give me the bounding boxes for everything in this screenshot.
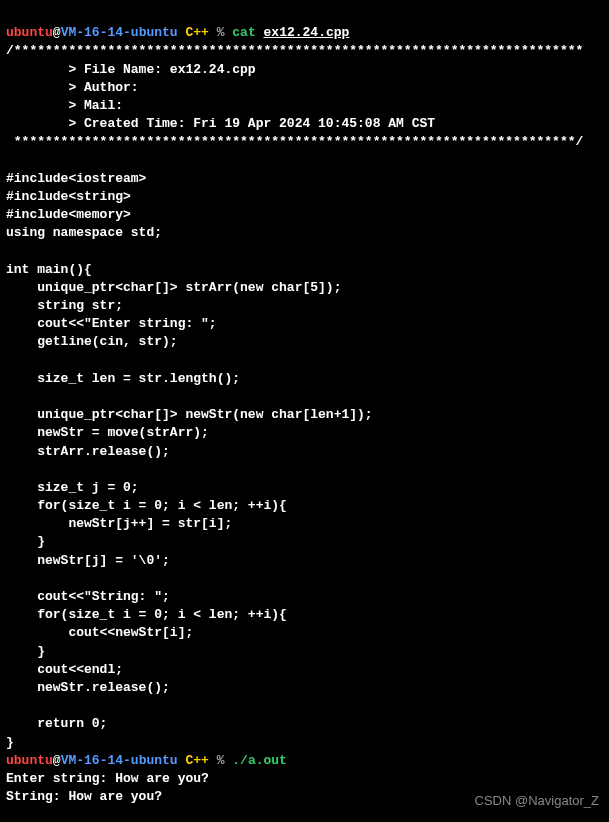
prompt-user: ubuntu [6, 25, 53, 40]
code-line: newStr[j] = '\0'; [6, 553, 170, 568]
code-line: strArr.release(); [6, 444, 170, 459]
code-line: unique_ptr<char[]> strArr(new char[5]); [6, 280, 341, 295]
prompt-percent: % [217, 753, 225, 768]
file-header-filename: > File Name: ex12.24.cpp [6, 62, 256, 77]
program-output: Enter string: How are you? [6, 771, 209, 786]
cmd-filename: ex12.24.cpp [264, 25, 350, 40]
prompt-percent: % [217, 25, 225, 40]
code-line: getline(cin, str); [6, 334, 178, 349]
watermark: CSDN @Navigator_Z [475, 792, 599, 810]
prompt-dir: C++ [185, 753, 208, 768]
file-header-author: > Author: [6, 80, 146, 95]
prompt-dir: C++ [185, 25, 208, 40]
code-line: newStr.release(); [6, 680, 170, 695]
code-line: newStr = move(strArr); [6, 425, 209, 440]
cmd-cat: cat [232, 25, 255, 40]
code-line: cout<<newStr[i]; [6, 625, 193, 640]
prompt-user: ubuntu [6, 753, 53, 768]
code-line: return 0; [6, 716, 107, 731]
code-line: cout<<endl; [6, 662, 123, 677]
prompt-host: VM-16-14-ubuntu [61, 753, 178, 768]
code-line: unique_ptr<char[]> newStr(new char[len+1… [6, 407, 373, 422]
file-header-bottom: ****************************************… [6, 134, 583, 149]
code-line: int main(){ [6, 262, 92, 277]
code-line: size_t len = str.length(); [6, 371, 240, 386]
code-line: using namespace std; [6, 225, 162, 240]
code-line: } [6, 534, 45, 549]
prompt-host: VM-16-14-ubuntu [61, 25, 178, 40]
terminal-output: ubuntu@VM-16-14-ubuntu C++ % cat ex12.24… [6, 6, 603, 806]
file-header-mail: > Mail: [6, 98, 131, 113]
program-output: String: How are you? [6, 789, 162, 804]
file-header-created: > Created Time: Fri 19 Apr 2024 10:45:08… [6, 116, 435, 131]
code-line: #include<iostream> [6, 171, 146, 186]
code-line: } [6, 644, 45, 659]
code-line: cout<<"Enter string: "; [6, 316, 217, 331]
code-line: for(size_t i = 0; i < len; ++i){ [6, 498, 287, 513]
prompt-at: @ [53, 25, 61, 40]
prompt-line-2[interactable]: ubuntu@VM-16-14-ubuntu C++ % ./a.out [6, 753, 287, 768]
code-line: } [6, 735, 14, 750]
code-line: for(size_t i = 0; i < len; ++i){ [6, 607, 287, 622]
code-line: newStr[j++] = str[i]; [6, 516, 232, 531]
code-line: size_t j = 0; [6, 480, 139, 495]
code-line: cout<<"String: "; [6, 589, 170, 604]
code-line: #include<string> [6, 189, 131, 204]
code-line: string str; [6, 298, 123, 313]
cmd-exec: ./a.out [232, 753, 287, 768]
file-header-top: /***************************************… [6, 43, 583, 58]
prompt-at: @ [53, 753, 61, 768]
code-line: #include<memory> [6, 207, 131, 222]
prompt-line-1[interactable]: ubuntu@VM-16-14-ubuntu C++ % cat ex12.24… [6, 25, 349, 40]
